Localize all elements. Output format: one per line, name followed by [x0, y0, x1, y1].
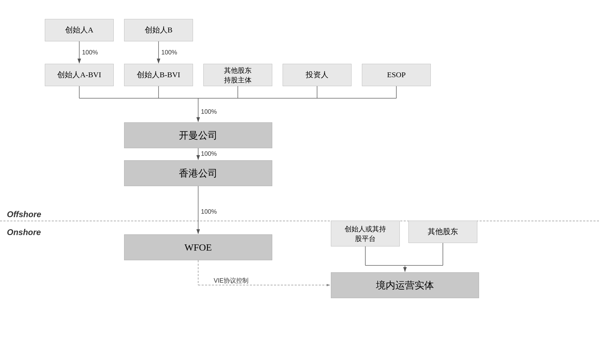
investors-box: 投资人 [283, 64, 352, 86]
svg-text:100%: 100% [82, 49, 98, 56]
offshore-label: Offshore [7, 210, 41, 219]
founder-b-box: 创始人B [124, 19, 193, 41]
other-shareholders-box: 其他股东 持股主体 [203, 64, 272, 86]
founder-b-bvi-box: 创始人B-BVI [124, 64, 193, 86]
svg-text:100%: 100% [201, 208, 217, 215]
divider [0, 221, 599, 221]
hk-box: 香港公司 [124, 160, 272, 186]
other-shareholders2-box: 其他股东 [408, 221, 477, 243]
arrows-svg: 100% 100% 100% 100% 100% [0, 0, 599, 364]
vie-entity-box: 境内运营实体 [331, 272, 479, 298]
founder-platform-box: 创始人或其持 股平台 [331, 221, 400, 246]
cayman-box: 开曼公司 [124, 122, 272, 148]
diagram-container: Offshore Onshore 创始人A 创始人B 创始人A-BVI 创始人B… [0, 0, 599, 364]
wfoe-box: WFOE [124, 234, 272, 260]
svg-text:100%: 100% [201, 108, 217, 115]
svg-text:VIE协议控制: VIE协议控制 [214, 277, 248, 284]
esop-box: ESOP [362, 64, 431, 86]
svg-text:100%: 100% [201, 150, 217, 157]
svg-text:100%: 100% [161, 49, 177, 56]
onshore-label: Onshore [7, 228, 41, 237]
founder-a-box: 创始人A [45, 19, 114, 41]
founder-a-bvi-box: 创始人A-BVI [45, 64, 114, 86]
